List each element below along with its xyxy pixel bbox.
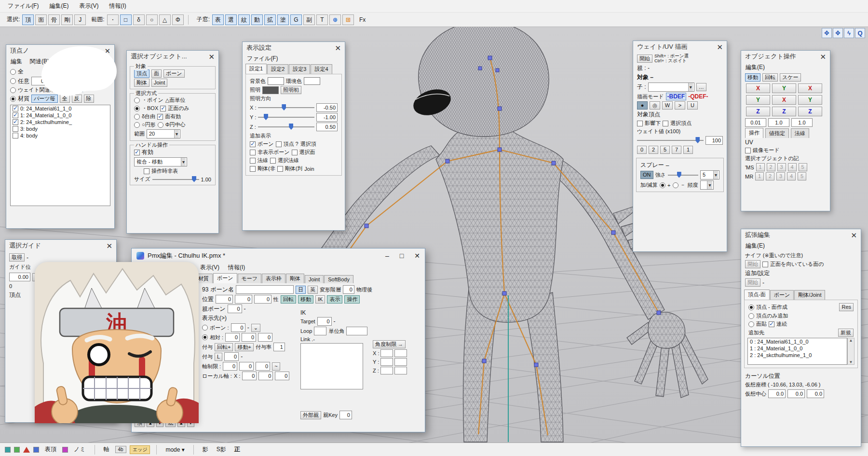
res-button[interactable]: Res xyxy=(839,303,854,311)
close-icon[interactable]: ✕ xyxy=(717,43,723,51)
angle-z-min-input[interactable] xyxy=(380,367,393,374)
axis-tilde-button[interactable]: ~ xyxy=(272,362,280,371)
en-button[interactable]: 英 xyxy=(308,286,318,294)
axis-z-button[interactable]: Z xyxy=(798,107,822,116)
attr-ik-button[interactable]: IK xyxy=(315,295,325,304)
continuous-checkbox[interactable] xyxy=(769,321,774,327)
mr-3-button[interactable]: 3 xyxy=(776,172,785,180)
unit-angle-input[interactable] xyxy=(346,327,367,335)
close-icon[interactable]: ✕ xyxy=(820,53,826,60)
list-item[interactable]: 0 : 24_Material61_1_0_0 xyxy=(748,338,847,345)
size-slider[interactable] xyxy=(152,176,199,183)
subwin-paint-button[interactable]: 塗 xyxy=(277,14,289,25)
hide-on-op-checkbox[interactable] xyxy=(144,168,149,174)
scale-step-input[interactable]: 1.0 xyxy=(791,118,813,127)
front-face-checkbox[interactable] xyxy=(762,262,768,267)
grant-rotate-button[interactable]: 回転+ xyxy=(215,343,233,351)
tab-normal[interactable]: 法線 xyxy=(791,128,809,138)
lightning-icon[interactable]: ϟ xyxy=(844,28,854,38)
angle-y-max-input[interactable] xyxy=(394,358,407,366)
ik-target-input[interactable]: 0 xyxy=(317,317,332,326)
light-color-swatch[interactable] xyxy=(262,86,279,94)
jp-button[interactable]: 日 xyxy=(296,286,306,294)
radio-box[interactable] xyxy=(134,106,140,111)
move-step-input[interactable]: 0.01 xyxy=(745,118,766,127)
rotate-step-input[interactable]: 1.0 xyxy=(768,118,789,127)
material-checkbox[interactable] xyxy=(13,126,18,132)
mr-2-button[interactable]: 2 xyxy=(766,172,774,180)
select-vertex-button[interactable]: 頂 xyxy=(22,14,34,25)
show-selface-checkbox[interactable] xyxy=(292,150,298,155)
deform-input[interactable]: 0 xyxy=(343,285,354,294)
ms-2-button[interactable]: 2 xyxy=(767,163,775,171)
scroll-down-icon[interactable]: ▼ xyxy=(849,360,853,364)
mr-5-button[interactable]: 5 xyxy=(798,172,806,180)
angle-x-max-input[interactable] xyxy=(394,349,407,357)
bone-name-input[interactable] xyxy=(236,285,294,294)
add-radio[interactable] xyxy=(660,182,665,188)
status-show-vertex[interactable]: 表頂 xyxy=(42,444,59,455)
close-icon[interactable]: ✕ xyxy=(335,44,341,52)
target-joint-button[interactable]: Joint xyxy=(151,79,167,87)
weight-value-input[interactable]: 100 xyxy=(705,136,723,145)
radio-circle[interactable] xyxy=(134,122,140,128)
close-icon[interactable]: ✕ xyxy=(414,252,420,260)
mirror-mode-checkbox[interactable] xyxy=(745,148,751,153)
attr-move-button[interactable]: 移動 xyxy=(298,295,313,304)
object-op-menu-edit[interactable]: 編集(E) xyxy=(746,63,765,71)
menu-file[interactable]: ファイル(F) xyxy=(3,1,43,11)
tab-value[interactable]: 値指定 xyxy=(765,128,789,138)
create-face-radio[interactable] xyxy=(748,304,754,310)
env-color-swatch[interactable] xyxy=(304,77,320,85)
dest-offset-radio[interactable] xyxy=(202,334,208,340)
extended-menu-edit[interactable]: 編集(E) xyxy=(746,242,765,250)
mode-w-button[interactable]: W xyxy=(662,101,673,110)
mr-1-button[interactable]: 1 xyxy=(755,172,764,180)
status-swatch-teal[interactable] xyxy=(5,447,11,453)
status-triangle-icon[interactable] xyxy=(23,447,30,453)
material-item[interactable]: 3: body xyxy=(11,125,110,132)
status-nomi[interactable]: ノミ xyxy=(71,444,88,455)
weight-start-button[interactable]: 開始 xyxy=(637,55,652,63)
subwin-extend-button[interactable]: 拡 xyxy=(264,14,276,25)
vertex-menu-edit[interactable]: 編集 xyxy=(11,57,22,66)
target-rigid-button[interactable]: 剛体 xyxy=(134,79,149,87)
knife-start-button[interactable]: 開始 xyxy=(745,260,760,268)
bdef-mode-button[interactable]: -BDEF xyxy=(666,93,687,100)
material-item[interactable]: 0: 24_Material61_1_0 xyxy=(11,105,110,112)
show-selnormal-checkbox[interactable] xyxy=(270,158,276,164)
material-checkbox[interactable] xyxy=(13,119,18,125)
spray-on-button[interactable]: ON xyxy=(640,171,653,179)
angle-limit-button[interactable]: 角度制限 → xyxy=(373,340,406,348)
sub-radio[interactable] xyxy=(673,182,678,188)
select-bone-button[interactable]: 骨 xyxy=(48,14,60,25)
target-bone-button[interactable]: ボーン xyxy=(163,69,185,78)
grant-l-button[interactable]: L xyxy=(215,353,222,361)
dest-pick-button[interactable]: ⌄ xyxy=(251,324,260,332)
status-mode[interactable]: mode ▾ xyxy=(163,445,187,454)
tab-operate[interactable]: 操作 xyxy=(745,128,763,138)
view-grid-icon[interactable]: ⊞ xyxy=(342,14,354,25)
subwin-t-button[interactable]: T xyxy=(316,14,328,25)
tab-rigid[interactable]: 剛体 xyxy=(286,274,304,283)
status-swatch-green[interactable] xyxy=(14,447,20,453)
show-hidden-bone-checkbox[interactable] xyxy=(250,150,256,155)
show-bone-checkbox[interactable] xyxy=(250,141,256,147)
paste-face-radio[interactable] xyxy=(748,321,754,327)
range-point-button[interactable]: ・ xyxy=(107,14,119,25)
radio-free[interactable] xyxy=(134,114,140,120)
scroll-up-icon[interactable]: ▲ xyxy=(849,338,853,343)
select-joint-button[interactable]: J xyxy=(74,14,86,25)
tab-softbody[interactable]: SoftBody xyxy=(324,275,353,283)
select-rigid-button[interactable]: 剛 xyxy=(61,14,73,25)
preset-5-button[interactable]: 5 xyxy=(660,146,670,154)
axis-z-button[interactable]: Z xyxy=(772,107,796,116)
ms-5-button[interactable]: 5 xyxy=(799,163,807,171)
tab-vertex-face[interactable]: 頂点-面 xyxy=(744,290,770,300)
light-x-value[interactable]: -0.50 xyxy=(316,103,338,112)
status-axis[interactable]: 軸 xyxy=(101,444,112,455)
subwin-sub-button[interactable]: 副 xyxy=(303,14,315,25)
fx-label[interactable]: Fx xyxy=(359,16,366,23)
ms-1-button[interactable]: 1 xyxy=(756,163,765,171)
attr-operate-button[interactable]: 操作 xyxy=(344,295,360,304)
